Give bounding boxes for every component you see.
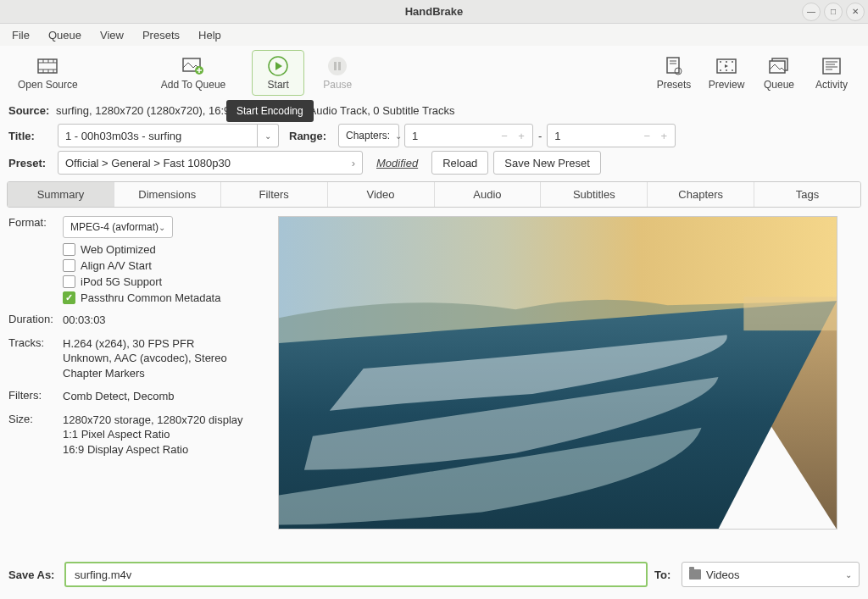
preset-label: Preset: [8, 157, 53, 169]
web-optimized-check[interactable]: Web Optimized [63, 243, 263, 256]
photos-stack-icon [768, 55, 790, 77]
photo-plus-icon [182, 55, 204, 77]
svg-point-15 [328, 57, 347, 75]
range-to-value: 1 [551, 130, 639, 142]
passthru-check[interactable]: Passthru Common Metadata [63, 291, 263, 304]
reload-label: Reload [442, 157, 477, 169]
title-value: 1 - 00h03m03s - surfing [65, 130, 181, 142]
title-dropdown-button[interactable]: ⌄ [257, 124, 279, 147]
range-from-minus[interactable]: − [497, 128, 512, 143]
menu-queue[interactable]: Queue [40, 25, 90, 45]
checkbox-icon [63, 275, 75, 288]
start-label: Start [268, 79, 289, 91]
svg-point-24 [726, 61, 727, 63]
size-value: 1280x720 storage, 1280x720 display 1:1 P… [63, 413, 243, 458]
tab-summary[interactable]: Summary [8, 182, 114, 207]
preview-button[interactable]: Preview [700, 50, 753, 96]
svg-rect-18 [667, 58, 679, 73]
web-optimized-label: Web Optimized [81, 243, 156, 256]
save-new-preset-label: Save New Preset [504, 157, 589, 169]
pause-button[interactable]: Pause [311, 50, 364, 96]
checkbox-icon [63, 259, 75, 272]
chevron-down-icon: ⌄ [159, 223, 165, 232]
save-new-preset-button[interactable]: Save New Preset [493, 151, 600, 175]
title-select[interactable]: 1 - 00h03m03s - surfing [58, 124, 258, 147]
destination-select[interactable]: Videos ⌄ [682, 562, 860, 587]
folder-icon [689, 569, 701, 580]
range-to-minus[interactable]: − [639, 128, 654, 143]
range-mode-select[interactable]: Chapters: ⌄ [338, 124, 399, 147]
range-separator: - [538, 130, 542, 142]
titlebar: HandBrake — □ ✕ [0, 0, 868, 24]
presets-label: Presets [657, 79, 692, 91]
open-source-label: Open Source [18, 79, 78, 91]
menubar: File Queue View Presets Help [0, 24, 868, 46]
format-select[interactable]: MPEG-4 (avformat) ⌄ [63, 216, 173, 238]
svg-point-23 [720, 61, 721, 63]
pause-label: Pause [323, 79, 352, 91]
tab-video[interactable]: Video [328, 182, 435, 207]
close-button[interactable]: ✕ [846, 3, 865, 21]
minimize-button[interactable]: — [802, 3, 821, 21]
chevron-down-icon: ⌄ [845, 570, 852, 580]
add-to-queue-button[interactable]: Add To Queue [153, 50, 234, 96]
preset-value: Official > General > Fast 1080p30 [65, 157, 231, 169]
tracks-label: Tracks: [8, 336, 63, 349]
svg-rect-32 [823, 58, 840, 74]
chevron-down-icon: ⌄ [395, 131, 402, 141]
menu-presets[interactable]: Presets [134, 25, 188, 45]
activity-button[interactable]: Activity [805, 50, 858, 96]
queue-button[interactable]: Queue [753, 50, 805, 96]
preset-modified-link[interactable]: Modified [376, 157, 418, 169]
presets-button[interactable]: Presets [648, 50, 700, 96]
tab-chapters[interactable]: Chapters [648, 182, 754, 207]
chevron-right-icon: › [352, 157, 355, 169]
range-to-plus[interactable]: + [656, 128, 671, 143]
queue-label: Queue [764, 79, 794, 91]
menu-file[interactable]: File [3, 25, 38, 45]
range-from-field[interactable]: 1 −+ [404, 124, 533, 147]
document-gear-icon [665, 55, 682, 77]
range-label: Range: [289, 130, 333, 142]
save-as-label: Save As: [8, 568, 58, 581]
tab-subtitles[interactable]: Subtitles [541, 182, 648, 207]
menu-view[interactable]: View [92, 25, 132, 45]
preview-label: Preview [709, 79, 745, 91]
reload-button[interactable]: Reload [431, 151, 488, 175]
size-label: Size: [8, 413, 63, 425]
range-to-field[interactable]: 1 −+ [547, 124, 676, 147]
tab-filters[interactable]: Filters [221, 182, 328, 207]
svg-rect-17 [338, 62, 341, 70]
open-source-button[interactable]: Open Source [10, 50, 86, 96]
duration-value: 00:03:03 [63, 313, 106, 328]
svg-marker-14 [275, 62, 282, 70]
save-as-input[interactable] [64, 562, 648, 587]
tab-dimensions[interactable]: Dimensions [114, 182, 221, 207]
svg-rect-0 [38, 59, 57, 73]
svg-marker-29 [725, 64, 728, 68]
svg-rect-40 [743, 297, 837, 330]
range-from-value: 1 [409, 130, 497, 142]
title-range-row: Title: 1 - 00h03m03s - surfing ⌄ Range: … [0, 122, 868, 149]
align-av-check[interactable]: Align A/V Start [63, 259, 263, 272]
menu-help[interactable]: Help [190, 25, 230, 45]
svg-point-28 [732, 69, 733, 71]
window-controls: — □ ✕ [802, 3, 865, 21]
preset-select[interactable]: Official > General > Fast 1080p30 › [58, 151, 363, 175]
toolbar: Open Source Add To Queue Start Pause Pre… [0, 46, 868, 97]
ipod-check[interactable]: iPod 5G Support [63, 275, 263, 288]
start-button[interactable]: Start [252, 50, 304, 96]
range-mode-value: Chapters: [346, 130, 390, 141]
range-from-plus[interactable]: + [514, 128, 529, 143]
to-label: To: [654, 568, 675, 581]
maximize-button[interactable]: □ [824, 3, 843, 21]
preview-thumbnail [278, 216, 837, 530]
add-queue-label: Add To Queue [161, 79, 226, 91]
film-play-icon [715, 55, 737, 77]
tab-tags[interactable]: Tags [754, 182, 860, 207]
film-icon [36, 55, 58, 77]
activity-label: Activity [815, 79, 848, 91]
checkbox-icon [63, 243, 75, 256]
tab-audio[interactable]: Audio [435, 182, 542, 207]
filters-value: Comb Detect, Decomb [63, 389, 175, 404]
